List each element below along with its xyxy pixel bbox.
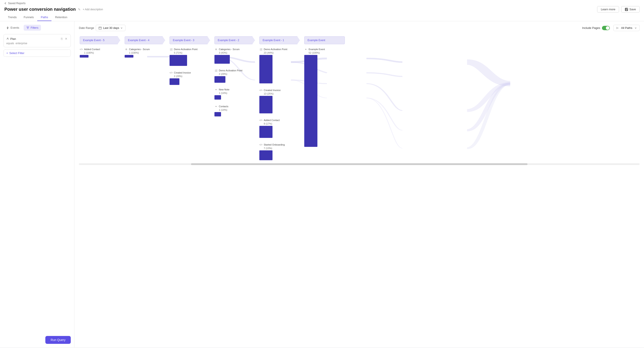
flow-node: ⬜ Demo Activation Point 2 (29%)	[214, 69, 255, 83]
col-header-3: Example Event - 3	[170, 36, 210, 44]
node-bar	[80, 55, 88, 57]
date-range-select[interactable]: Last 30 days	[96, 25, 126, 31]
flow-node: ⚙ Categories - Scrum 1 (100%)	[125, 48, 165, 57]
code-icon: </>	[259, 89, 262, 92]
code-icon: </>	[259, 143, 262, 146]
run-query-button[interactable]: Run Query	[45, 336, 71, 344]
flow-column-0: Example Event ✦ Example Event 52 (100%)	[304, 36, 345, 160]
run-query-area: Run Query	[4, 333, 71, 344]
filter-name: Plan	[6, 37, 16, 40]
filter-icon	[26, 26, 29, 29]
col-header-2: Example Event - 2	[214, 36, 255, 44]
col-header-5: Example Event - 5	[80, 36, 120, 44]
page-title: Power user conversion navigation	[4, 7, 76, 12]
chart-controls: Date Range Last 30 days Includ	[79, 25, 640, 31]
calendar-icon	[98, 26, 102, 29]
gear-icon: ⚙	[125, 48, 128, 51]
add-filter-button[interactable]: + Select Filter	[4, 49, 71, 57]
chart-right-controls: Include Pages All Paths	[582, 25, 640, 31]
flow-node: ⬜ Demo Activation Point 23 (44%)	[259, 48, 300, 83]
flow-node: </> Added Contact 9 (17%)	[259, 119, 300, 138]
tab-funnels[interactable]: Funnels	[20, 14, 37, 21]
flow-node: </> Created Invoice 2 (29%)	[170, 71, 210, 85]
flow-node: ✦ Example Event 52 (100%)	[304, 48, 345, 147]
learn-more-button[interactable]: Learn more	[597, 6, 619, 12]
save-button[interactable]: Save	[621, 6, 640, 12]
chart-area: Date Range Last 30 days Includ	[74, 21, 644, 347]
flow-column-5: Example Event - 5 </> Added Contact 1 (1…	[80, 36, 120, 160]
flow-column-2: Example Event - 2 ⚙ Categories - Scrum 3…	[214, 36, 255, 160]
gear-icon: ⚙	[214, 48, 218, 51]
code-icon: </>	[259, 119, 262, 122]
flow-node: </> Added Contact 1 (100%)	[80, 48, 120, 57]
flow-node: </> Started Onboarding 7 (13%)	[259, 143, 300, 160]
flow-nodes-3: ⬜ Demo Activation Point 5 (71%) </> Crea…	[170, 48, 210, 85]
flow-nodes-2: ⚙ Categories - Scrum 3 (43%) ⬜ Demo Acti…	[214, 48, 255, 116]
flow-column-4: Example Event - 4 ⚙ Categories - Scrum 1…	[125, 36, 165, 160]
date-range-label: Date Range	[79, 26, 94, 29]
flow-nodes-5: </> Added Contact 1 (100%)	[80, 48, 120, 57]
scrollbar-thumb	[191, 163, 528, 165]
node-bar	[170, 55, 187, 66]
add-description[interactable]: + Add description	[83, 8, 103, 11]
tab-paths[interactable]: Paths	[37, 14, 52, 21]
edit-icon[interactable]: ✎	[78, 8, 80, 11]
top-bar: Saved Reports Power user conversion navi…	[0, 0, 644, 21]
all-paths-select[interactable]: All Paths	[613, 25, 640, 31]
sidebar-tabs: Events Filters	[4, 25, 71, 31]
saved-reports-link[interactable]: Saved Reports	[4, 2, 640, 5]
filter-value: equals enterprise	[6, 42, 68, 45]
node-bar	[259, 126, 272, 138]
scrollbar[interactable]	[79, 163, 640, 165]
code-icon: </>	[170, 71, 172, 74]
flow-nodes-0: ✦ Example Event 52 (100%)	[304, 48, 345, 147]
node-bar	[259, 55, 272, 83]
date-range-control: Date Range Last 30 days	[79, 25, 126, 31]
filter-actions: ⎘ ✕	[60, 36, 68, 41]
node-bar	[259, 150, 272, 160]
node-bar	[214, 95, 221, 100]
flow-node: ⬜ Demo Activation Point 5 (71%)	[170, 48, 210, 66]
box-icon: ⬜	[259, 48, 262, 51]
chevron-down-icon	[120, 27, 123, 29]
chevron-down-icon-paths	[634, 27, 637, 29]
tab-trends[interactable]: Trends	[4, 14, 20, 21]
box-icon: ⬜	[170, 48, 172, 51]
svg-rect-1	[626, 8, 627, 9]
flow-visualization: Example Event - 5 </> Added Contact 1 (1…	[79, 35, 640, 161]
code-icon: </>	[80, 48, 83, 51]
flow-node: ⚙ Categories - Scrum 3 (43%)	[214, 48, 255, 64]
main-content: Events Filters Plan ⎘	[0, 21, 644, 347]
filter-card: Plan ⎘ ✕ equals enterprise	[4, 34, 71, 47]
include-pages-toggle[interactable]	[602, 26, 610, 30]
remove-filter-button[interactable]: ✕	[64, 36, 68, 41]
lightning-icon	[6, 26, 9, 29]
star-icon: ✦	[214, 88, 218, 91]
star-icon: ✦	[214, 105, 218, 108]
node-bar	[125, 55, 134, 57]
sidebar-tab-filters[interactable]: Filters	[24, 25, 41, 31]
flow-node: </> Created Invoice 13 (25%)	[259, 89, 300, 113]
toggle-knob	[606, 26, 610, 30]
user-icon	[6, 37, 9, 40]
paths-icon	[616, 27, 619, 29]
save-icon	[625, 8, 628, 11]
flow-node: ✦ Contacts 1 (14%)	[214, 105, 255, 116]
flow-nodes-4: ⚙ Categories - Scrum 1 (100%)	[125, 48, 165, 57]
svg-rect-2	[626, 9, 627, 10]
col-header-1: Example Event - 1	[259, 36, 300, 44]
box-icon: ⬜	[214, 69, 218, 72]
svg-rect-4	[99, 27, 102, 29]
sidebar-tab-events[interactable]: Events	[4, 25, 22, 31]
tab-retention[interactable]: Retention	[52, 14, 71, 21]
include-pages-control: Include Pages	[582, 26, 610, 30]
col-header-0: Example Event	[304, 36, 345, 44]
flow-nodes-1: ⬜ Demo Activation Point 23 (44%) </> Cre…	[259, 48, 300, 160]
node-bar	[170, 78, 180, 85]
node-bar	[214, 112, 221, 116]
node-bar	[304, 55, 318, 147]
copy-filter-button[interactable]: ⎘	[60, 36, 63, 41]
flow-column-3: Example Event - 3 ⬜ Demo Activation Poin…	[170, 36, 210, 160]
node-bar	[214, 76, 226, 83]
node-bar	[214, 55, 230, 64]
